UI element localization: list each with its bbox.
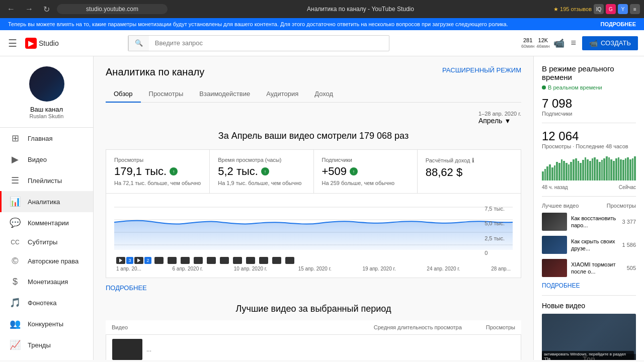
sidebar-item-settings[interactable]: ⚙ Настройки: [0, 355, 93, 360]
rt-bar: [615, 158, 617, 180]
sidebar-item-videos[interactable]: ▶ Видео: [0, 149, 93, 170]
search-bar[interactable]: 🔍: [128, 35, 389, 51]
rt-bar: [601, 160, 603, 180]
channel-sub: Ruslan Skutin: [30, 113, 64, 119]
channel-name: Ваш канал: [30, 106, 63, 113]
top-video-1[interactable]: Как восстановить паро... 3 377: [542, 213, 636, 231]
realtime-sub-text: В реальном времени: [548, 84, 602, 90]
channel-profile: Ваш канал Ruslan Skutin: [0, 60, 93, 128]
search-input[interactable]: [149, 37, 389, 49]
tab-revenue[interactable]: Доход: [306, 86, 341, 103]
rt-bar: [622, 160, 624, 180]
stat-subs-label: Подписчики: [322, 157, 353, 163]
rt-bar: [549, 164, 551, 180]
top-video-2[interactable]: Как скрыть своих друзе... 1 586: [542, 236, 636, 254]
search-icon[interactable]: 🔍: [128, 36, 149, 51]
forward-button[interactable]: →: [22, 4, 36, 15]
sidebar-item-competitors[interactable]: 👥 Конкуренты: [0, 313, 93, 334]
rt-bar: [596, 159, 598, 180]
rt-bar: [546, 166, 548, 180]
sidebar-item-comments[interactable]: 💬 Комментарии: [0, 212, 93, 233]
subtitles-icon: CC: [10, 239, 21, 246]
sidebar-item-monetization[interactable]: $ Монетизация: [0, 272, 93, 292]
tab-views[interactable]: Просмотры: [141, 86, 192, 103]
analytics-page-title: Аналитика по каналу: [106, 66, 204, 78]
rt-bar: [554, 165, 556, 180]
top-video-3[interactable]: XIAOMI тормозит после о... 505: [542, 259, 636, 277]
rt-views: 12 064 Просмотры · Последние 48 часов: [542, 129, 636, 149]
tab-audience[interactable]: Аудитория: [258, 86, 306, 103]
rt-bar: [556, 162, 558, 180]
rt-bar: [542, 171, 544, 180]
create-button[interactable]: СОЗДАТЬ: [582, 36, 638, 50]
new-video-thumbnail[interactable]: Ton активировать Windows, перейдите в ра…: [542, 314, 636, 360]
playlist-icon: ☰: [10, 175, 21, 186]
sidebar-item-subtitles[interactable]: CC Субтитры: [0, 233, 93, 251]
stat-views-change: На 72,1 тыс. больше, чем обычно: [114, 180, 201, 186]
rt-bar: [632, 158, 634, 180]
main-podrobnee-link[interactable]: ПОДРОБНЕЕ: [106, 284, 147, 292]
stat-views-label: Просмотры: [114, 157, 143, 163]
sidebar-item-audio[interactable]: 🎵 Фонотека: [0, 292, 93, 313]
rt-bar: [561, 159, 563, 180]
sidebar: Ваш канал Ruslan Skutin ⊞ Главная ▶ Виде…: [0, 56, 94, 360]
top-video-views-2: 1 586: [622, 242, 636, 248]
rt-chart-labels: 48 ч. назад Сейчас: [542, 185, 636, 190]
top-video-info-3: XIAOMI тормозит после о...: [571, 261, 623, 276]
ext-icon-3[interactable]: Y: [618, 4, 628, 14]
ext-icon-2[interactable]: G: [606, 4, 616, 14]
refresh-button[interactable]: ↻: [40, 4, 53, 15]
date-range: 1–28 апр. 2020 г.: [478, 111, 521, 117]
sidebar-item-analytics[interactable]: 📊 Аналитика: [0, 191, 93, 212]
thumb-count-1: 3: [126, 257, 133, 264]
rt-bar: [608, 157, 610, 180]
sidebar-item-copyright[interactable]: © Авторские права: [0, 251, 93, 272]
sidebar-label-subtitles: Субтитры: [28, 238, 57, 246]
top-video-thumb-1: [542, 213, 567, 231]
rt-views-label: Просмотры · Последние 48 часов: [542, 143, 636, 149]
video-row-1[interactable]: ...: [106, 335, 521, 360]
analytics-icon: 📊: [10, 196, 21, 207]
col-video: Видео: [112, 324, 128, 330]
tab-interaction[interactable]: Взаимодействие: [191, 86, 258, 103]
studio-text: Studio: [39, 39, 59, 47]
top-views-col-title: Просмотры: [607, 203, 636, 209]
rt-bar: [606, 156, 608, 180]
sidebar-item-playlists[interactable]: ☰ Плейлисты: [0, 170, 93, 191]
hamburger-menu[interactable]: ☰: [6, 35, 19, 51]
realtime-header: В режиме реального времени: [542, 64, 636, 81]
rt-subscribers-value: 7 098: [542, 97, 636, 111]
stat-watchtime-change: На 1,9 тыс. больше, чем обычно: [218, 180, 305, 186]
date-dropdown[interactable]: Апрель ▼: [478, 117, 521, 125]
metric-1: 281 60мин: [521, 37, 534, 49]
video-icon[interactable]: 📹: [551, 36, 567, 51]
ext-icon-4[interactable]: ≡: [630, 4, 640, 14]
sidebar-item-home[interactable]: ⊞ Главная: [0, 128, 93, 149]
stat-revenue: Расчётный доход ℹ 88,62 $: [418, 150, 521, 193]
header-right: 281 60мин 12K 46мин 📹 ≡ СОЗДАТЬ: [521, 36, 638, 51]
thumb-mini-1: [116, 257, 125, 264]
video-nav-icon: ▶: [10, 154, 21, 165]
tab-overview[interactable]: Обзор: [106, 86, 141, 103]
ext-icon-1[interactable]: IQ: [594, 4, 604, 14]
best-videos-title: Лучшие видео за выбранный период: [106, 304, 521, 314]
rt-chart-left-label: 48 ч. назад: [542, 185, 568, 190]
rt-bar: [587, 159, 589, 180]
main-chart: [114, 200, 513, 255]
notification-more-link[interactable]: ПОДРОБНЕЕ: [601, 21, 636, 27]
stat-watchtime: Время просмотра (часы) 5,2 тыс. ↑ На 1,9…: [210, 150, 313, 193]
info-icon[interactable]: ℹ: [472, 157, 474, 164]
sidebar-item-trends[interactable]: 📈 Тренды: [0, 334, 93, 355]
divider-1: [542, 123, 636, 123]
yt-studio-logo: ▶ Studio: [25, 38, 59, 49]
list-icon[interactable]: ≡: [569, 36, 578, 50]
top-video-views-1: 3 377: [622, 219, 636, 225]
url-bar[interactable]: studio.youtube.com: [57, 4, 168, 14]
advanced-mode-link[interactable]: РАСШИРЕННЫЙ РЕЖИМ: [442, 66, 521, 74]
right-podrobnee-link[interactable]: ПОДРОБНЕЕ: [542, 282, 636, 289]
chart-x-labels: 1 апр. 20... 6 апр. 2020 г. 10 апр. 2020…: [114, 266, 513, 272]
back-button[interactable]: ←: [4, 4, 18, 15]
realtime-chart: [542, 155, 636, 180]
top-video-title-2: Как скрыть своих друзе...: [571, 238, 618, 252]
copyright-icon: ©: [10, 256, 21, 266]
